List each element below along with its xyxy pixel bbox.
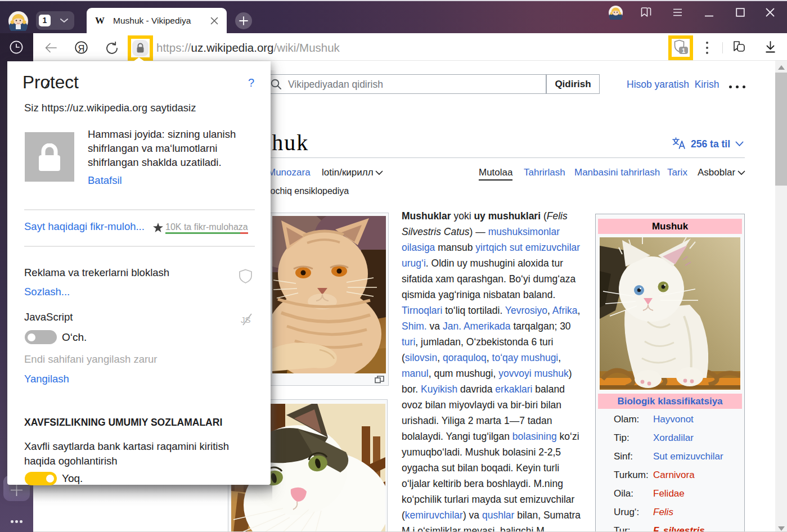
- svg-text:1: 1: [682, 47, 685, 54]
